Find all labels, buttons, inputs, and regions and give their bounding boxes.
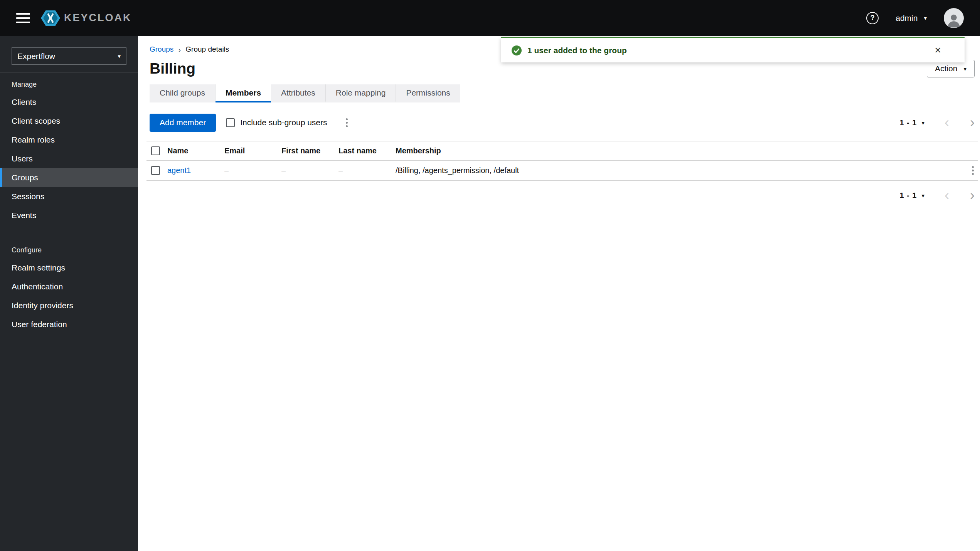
member-first-name: –	[281, 166, 338, 175]
pagination-prev-button[interactable]: ‹	[942, 116, 951, 129]
add-member-button[interactable]: Add member	[150, 114, 216, 132]
pagination-bottom: 1 - 1 ▾ ‹ ›	[897, 188, 978, 202]
action-label: Action	[935, 64, 957, 73]
column-header-last-name: Last name	[338, 146, 396, 155]
brand-text: KEYCLOAK	[64, 12, 132, 24]
nav-section-title-configure: Configure	[0, 239, 138, 258]
tab-members[interactable]: Members	[216, 84, 271, 102]
sidebar-item-groups[interactable]: Groups	[0, 168, 138, 187]
toast-success: 1 user added to the group ✕	[501, 37, 965, 62]
keycloak-logo: KEYCLOAK	[41, 10, 132, 26]
table-header-row: Name Email First name Last name Membersh…	[146, 141, 978, 161]
pagination-prev-button[interactable]: ‹	[942, 188, 951, 202]
chevron-down-icon: ▾	[924, 15, 927, 21]
select-all-checkbox[interactable]	[151, 146, 160, 155]
tab-attributes[interactable]: Attributes	[271, 84, 326, 102]
help-glyph: ?	[871, 14, 875, 22]
realm-name: Expertflow	[17, 52, 55, 61]
page-title: Billing	[150, 60, 195, 77]
help-icon[interactable]: ?	[866, 12, 879, 24]
pagination-next-button[interactable]: ›	[968, 116, 977, 129]
sidebar-item-clients[interactable]: Clients	[0, 92, 138, 111]
toolbar-kebab-icon[interactable]	[344, 116, 350, 129]
nav-section-title-manage: Manage	[0, 73, 138, 92]
pagination-bottom-row: 1 - 1 ▾ ‹ ›	[146, 188, 978, 202]
close-icon[interactable]: ✕	[935, 46, 941, 55]
member-membership: /Billing, /agents_permission, /default	[396, 166, 959, 175]
pagination-range: 1 - 1	[899, 191, 917, 200]
sidebar: Expertflow ▾ Manage Clients Client scope…	[0, 36, 138, 551]
include-subgroups-checkbox[interactable]	[226, 118, 235, 127]
nav-section-manage: Manage Clients Client scopes Realm roles…	[0, 73, 138, 225]
chevron-down-icon: ▾	[963, 66, 967, 72]
nav-section-configure: Configure Realm settings Authentication …	[0, 239, 138, 334]
include-subgroups-control: Include sub-group users	[226, 118, 327, 127]
include-subgroups-label: Include sub-group users	[240, 118, 327, 127]
pagination-range-dropdown[interactable]: 1 - 1 ▾	[897, 190, 927, 202]
chevron-right-icon: ›	[178, 45, 181, 54]
sidebar-item-authentication[interactable]: Authentication	[0, 277, 138, 296]
chevron-down-icon: ▾	[921, 120, 924, 126]
toast-message: 1 user added to the group	[527, 46, 627, 55]
sidebar-item-client-scopes[interactable]: Client scopes	[0, 111, 138, 130]
user-menu-button[interactable]: admin ▾	[896, 13, 927, 23]
realm-selector[interactable]: Expertflow ▾	[12, 47, 126, 65]
masthead: KEYCLOAK ? admin ▾	[0, 0, 980, 36]
pagination-top: 1 - 1 ▾ ‹ ›	[897, 116, 978, 129]
chevron-down-icon: ▾	[118, 53, 121, 59]
tab-child-groups[interactable]: Child groups	[150, 84, 216, 102]
sidebar-item-realm-settings[interactable]: Realm settings	[0, 258, 138, 277]
breadcrumb-current: Group details	[185, 45, 229, 54]
tab-permissions[interactable]: Permissions	[396, 84, 460, 102]
sidebar-item-identity-providers[interactable]: Identity providers	[0, 296, 138, 315]
sidebar-item-users[interactable]: Users	[0, 149, 138, 168]
pagination-range-dropdown[interactable]: 1 - 1 ▾	[897, 117, 927, 129]
column-header-first-name: First name	[281, 146, 338, 155]
member-last-name: –	[338, 166, 396, 175]
sidebar-item-user-federation[interactable]: User federation	[0, 315, 138, 334]
member-email: –	[224, 166, 281, 175]
main-content: Groups › Group details Billing Action ▾ …	[138, 36, 980, 551]
username: admin	[896, 13, 918, 23]
column-header-email: Email	[224, 146, 281, 155]
realm-selector-wrap: Expertflow ▾	[0, 36, 138, 73]
pagination-next-button[interactable]: ›	[968, 188, 977, 202]
row-kebab-icon[interactable]	[970, 164, 976, 177]
chevron-down-icon: ▾	[921, 193, 924, 198]
members-table: Name Email First name Last name Membersh…	[146, 141, 978, 181]
sidebar-item-sessions[interactable]: Sessions	[0, 187, 138, 206]
pagination-range: 1 - 1	[899, 118, 917, 127]
user-icon	[945, 11, 962, 28]
member-name-link[interactable]: agent1	[167, 166, 191, 175]
members-toolbar: Add member Include sub-group users 1 - 1…	[146, 113, 978, 132]
tab-role-mapping[interactable]: Role mapping	[326, 84, 396, 102]
tabs: Child groups Members Attributes Role map…	[146, 84, 978, 102]
column-header-name: Name	[167, 146, 224, 155]
avatar[interactable]	[944, 8, 964, 28]
keycloak-logo-icon	[41, 10, 60, 26]
success-check-icon	[511, 45, 522, 56]
column-header-membership: Membership	[396, 146, 959, 155]
sidebar-item-realm-roles[interactable]: Realm roles	[0, 130, 138, 149]
row-checkbox[interactable]	[151, 166, 160, 175]
sidebar-item-events[interactable]: Events	[0, 206, 138, 225]
menu-toggle-button[interactable]	[15, 11, 31, 25]
breadcrumb-link-groups[interactable]: Groups	[150, 45, 173, 54]
table-row: agent1 – – – /Billing, /agents_permissio…	[146, 161, 978, 181]
